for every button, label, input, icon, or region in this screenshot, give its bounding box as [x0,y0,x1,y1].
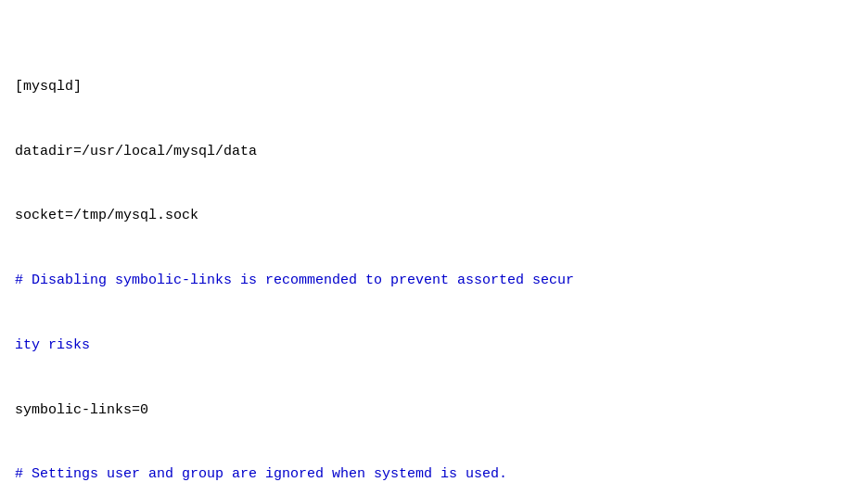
line-1: [mysqld] [15,76,853,97]
line-3: socket=/tmp/mysql.sock [15,205,853,226]
line-2: datadir=/usr/local/mysql/data [15,141,853,162]
line-5: ity risks [15,335,853,356]
line-7: # Settings user and group are ignored wh… [15,463,853,485]
code-block: [mysqld] datadir=/usr/local/mysql/data s… [15,11,853,495]
editor-container: [mysqld] datadir=/usr/local/mysql/data s… [0,0,868,495]
line-6: symbolic-links=0 [15,400,853,421]
line-4: # Disabling symbolic-links is recommende… [15,270,853,291]
